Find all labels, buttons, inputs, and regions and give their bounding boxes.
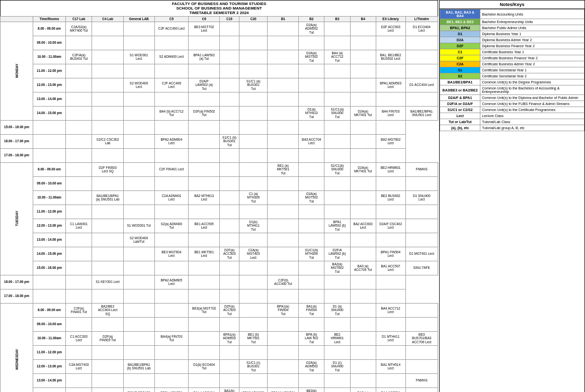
notes-row: C2F Certificate Business Finance Year 2 [440,55,584,61]
table-cell [66,120,92,134]
table-cell [324,134,350,148]
time-cell: 13.00 - 14.00 pm [33,92,66,106]
key-desc-d1: Diploma Business Year 1 [480,31,584,37]
table-cell [268,190,299,205]
table-cell [239,317,268,331]
time-cell: 11.00 - 12.00 pm [33,205,66,219]
table-cell: BPA1(a)ADM503Tut [220,331,239,345]
timetable-section: FACULTY OF BUSINESS AND TOURISM STUDIES … [0,0,438,392]
key-d2f: D2F [440,43,480,49]
time-cell: 12.00 - 13.00 pm [33,359,66,373]
table-cell [268,233,299,247]
table-row: 10.00 - 11.00am C2F/A(a)BUS401 Tut S1 WO… [1,50,438,64]
time-cell: 09.00 - 10.00 am [33,36,66,50]
table-cell [92,345,123,359]
table-cell [33,275,66,289]
key-desc-s1c1: Common Unit(s) to the Certificate Progra… [480,107,584,113]
table-row: 17.00 - 18.00 pm [1,148,438,162]
table-cell: BA2/BE2ACC604 LectSQ [92,303,123,317]
table-cell [324,148,350,162]
table-row: 10.00 - 11.00am C1 ACC303Lect D2F(a)FIN5… [1,331,438,345]
table-cell [324,78,350,92]
table-cell: C1 ACC303Lect [66,331,92,345]
table-cell: C2F(b)ACC400 Tut [268,275,299,289]
table-cell [350,205,376,219]
key-desc-d2fa: Common Unit(s) to the FUBS Finance & Adm… [480,101,584,107]
table-cell [405,50,438,64]
table-cell: D2F(a)ACC503Tut [220,247,239,261]
table-cell: D1 (c)SNU400Tut [324,359,350,373]
table-cell [268,317,299,331]
table-cell [376,92,405,106]
table-cell [123,275,154,289]
table-row: 14.00 - 15.00 pm BE3 MGT604Lect BE1 MKT5… [1,247,438,261]
day-tuesday: TUESDAY [1,162,33,275]
notes-row: BA3/BE3 or BA2/BE2 Common Unit(s) to the… [440,85,584,95]
notes-row: (a), (b), etc Tutorial/Lab group A, B, e… [440,125,584,131]
table-cell [299,92,324,106]
table-cell: D2A/F CSC402Lect [123,387,154,392]
table-cell: BA2 MGT602Lect [376,134,405,148]
table-cell [220,317,239,331]
table-cell: D2F(a)FIN503 Tut [92,331,123,345]
table-cell [154,148,189,162]
key-d2a: D2A [440,37,480,43]
key-ba3be3: BA3/BE3 or BA2/BE2 [440,85,480,95]
table-cell [239,36,268,50]
table-cell: BE1 ACC505Lect [189,219,220,233]
table-cell [405,303,438,317]
table-cell [350,275,376,289]
table-cell: D1 MTH411Lect [376,331,405,345]
table-cell [350,50,376,64]
table-cell [220,373,239,387]
table-cell [268,134,299,148]
table-cell [324,92,350,106]
table-cell [405,176,438,190]
table-row: 16.00 - 17.00 pm S2/C2 CSC302Lab BPA2 AD… [1,134,438,148]
table-cell [324,373,350,387]
notes-row: BA1, BA2, BA3 & BA4 Bachelor Accounting … [440,10,584,19]
col-c17: C17 Lab [66,17,92,22]
table-cell: C2A/S2(a)MKT400 Tut [66,22,92,36]
table-cell [239,233,268,247]
table-cell: C1 LAW301Lect [66,219,92,233]
table-row: 16.00 - 17.00 pm S1 KEY301 Lect BPA2 ADM… [1,275,438,289]
table-cell: BPA1LAW502 (b)Tut [324,219,350,233]
col-b3: B3 [324,17,350,22]
table-cell [189,36,220,50]
table-cell [268,106,299,120]
table-cell: S2 WOD400Lect [123,78,154,92]
table-cell: C2A ADM401Lect [154,190,189,205]
table-cell [350,359,376,373]
table-cell: BA1, BE1/BE2BUS502 Lect [376,50,405,64]
key-desc-lect: Lecture Class [480,113,584,119]
col-b1: B1 [268,17,299,22]
key-desc-ba3be3: Common Unit(s) to the Bachelors of Accou… [480,85,584,95]
table-cell [350,36,376,50]
table-cell [189,261,220,275]
table-cell: S1 WOD301Lect [123,50,154,64]
table-cell [189,317,220,331]
notes-row: C2A Certificate Business Admin Year 2 [440,61,584,67]
table-cell [123,247,154,261]
time-cell: 16.00 - 17.00 pm [1,275,33,289]
table-cell [92,205,123,219]
time-cell: 09.00 - 10.00 am [33,176,66,190]
table-cell [92,148,123,162]
time-cell: 8.00 - 09.00 am [33,22,66,36]
table-cell [324,120,350,134]
table-cell [350,92,376,106]
table-row: 11.00 - 12.00 pm [1,345,438,359]
time-cell: 15.00 - 16.00 pm [1,120,33,134]
table-row: WEDNESDAY 8.00 - 09.00 am C2F(a)FIN401 T… [1,303,438,317]
notes-title: Notes/Keys [440,1,584,9]
table-cell [324,190,350,205]
table-cell [405,219,438,233]
table-cell [154,289,189,303]
col-genlab: General LAB [123,17,154,22]
table-cell [33,148,66,162]
table-cell: BE1 (a)MKT501Tut [268,162,299,176]
table-cell: BPA1 LAW502(a) Tut [189,50,220,64]
time-cell: 10.00 - 11.00am [33,331,66,345]
table-cell [92,219,123,233]
